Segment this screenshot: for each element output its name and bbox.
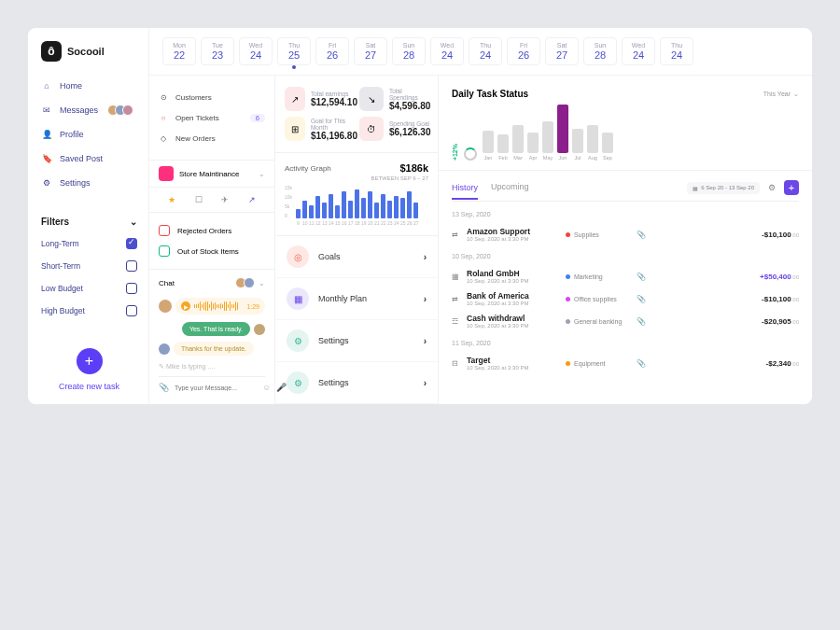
attachment-icon[interactable]: 📎 [637, 231, 646, 239]
filter-item[interactable]: High Budget [41, 305, 137, 316]
tickets-label: Open Tickets [175, 114, 219, 122]
menu-label: Settings [318, 378, 414, 387]
emoji-icon[interactable]: ☺ [262, 383, 271, 392]
list-orders[interactable]: ◇New Orders [159, 128, 265, 148]
history-row[interactable]: ⇄Bank of America10 Sep, 2020 at 3:30 PMO… [452, 287, 799, 310]
history-row[interactable]: ☲Cash withdrawl10 Sep, 2020 at 3:30 PMGe… [452, 310, 799, 332]
chart-bar [387, 201, 392, 218]
chevron-down-icon[interactable]: ⌄ [259, 279, 265, 287]
stat-label: Goal for This Month [311, 118, 357, 131]
date-cell[interactable]: Wed24 [239, 37, 273, 65]
date-cell[interactable]: Mon22 [162, 37, 196, 65]
star-icon[interactable]: ★ [168, 195, 175, 204]
avatar [159, 300, 172, 313]
date-cell[interactable]: Sun28 [583, 37, 617, 65]
date-number: 24 [469, 49, 501, 61]
create-task-button[interactable]: + [77, 348, 103, 374]
checkbox-icon [159, 225, 170, 236]
transaction-name: Target [467, 356, 560, 365]
voice-message[interactable]: ▶ 1:29 [159, 298, 265, 315]
transaction-category: General banking [566, 318, 631, 325]
filter-item[interactable]: Long-Term [41, 238, 137, 249]
nav-settings-label: Settings [60, 178, 91, 188]
history-date: 11 Sep, 2020 [452, 340, 799, 346]
chart-bar [348, 201, 353, 218]
menu-item[interactable]: ◎Goals› [275, 236, 438, 278]
date-day: Wed [623, 42, 654, 49]
gear-icon: ⚙ [41, 177, 52, 189]
chat-message-received: Thanks for the update. [159, 342, 265, 356]
box-icon[interactable]: ☐ [195, 195, 203, 204]
filter-item[interactable]: Short-Term [41, 260, 137, 272]
send-icon[interactable]: ✈ [221, 195, 229, 204]
dts-chart: +12% JanFebMarAprMayJunJulAugSep [452, 108, 799, 161]
checkbox[interactable] [126, 238, 137, 249]
list-tickets[interactable]: ○Open Tickets6 [159, 107, 265, 128]
nav-profile[interactable]: 👤Profile [41, 129, 148, 140]
menu-item[interactable]: ⚙Settings› [275, 362, 438, 404]
date-cell[interactable]: Sat27 [545, 37, 579, 65]
stat-value: $4,596.80 [389, 101, 432, 111]
tab-upcoming[interactable]: Upcoming [491, 182, 529, 194]
attachment-icon[interactable]: 📎 [637, 317, 646, 326]
date-day: Sun [393, 42, 425, 49]
dts-year-select[interactable]: This Year⌄ [763, 91, 799, 98]
nav-home[interactable]: ⌂Home [41, 80, 148, 91]
rejected-orders[interactable]: Rejected Orders [159, 220, 265, 241]
chat-avatars[interactable] [238, 277, 255, 288]
stat-icon: ↗ [285, 87, 305, 111]
chart-bar [542, 121, 553, 153]
chevron-right-icon: › [424, 252, 427, 262]
date-cell[interactable]: Thu24 [660, 37, 693, 65]
tickets-icon: ○ [159, 113, 168, 122]
date-cell[interactable]: Fri26 [507, 37, 540, 65]
list-customers[interactable]: ⊙Customers [159, 87, 265, 107]
nav-settings[interactable]: ⚙Settings [41, 177, 148, 189]
play-icon[interactable]: ▶ [181, 301, 190, 311]
logo-icon: ô [41, 41, 62, 62]
date-number: 26 [316, 49, 348, 61]
date-cell[interactable]: Tue23 [201, 37, 234, 65]
history-row[interactable]: ⇄Amazon Support10 Sep, 2020 at 3:30 PMSu… [452, 223, 799, 245]
history-row[interactable]: ⊟Target10 Sep, 2020 at 3:30 PMEquipment📎… [452, 352, 799, 374]
date-number: 27 [546, 49, 578, 61]
chat-input[interactable] [175, 385, 257, 391]
nav-saved[interactable]: 🔖Saved Post [41, 153, 148, 164]
filter-item[interactable]: Low Budget [41, 283, 137, 294]
date-cell[interactable]: Fri26 [315, 37, 349, 65]
store-maintenance[interactable]: Store Maintinance⌄ [149, 161, 274, 188]
tab-history[interactable]: History [452, 183, 478, 200]
checkbox[interactable] [126, 283, 137, 294]
attachment-icon[interactable]: 📎 [637, 295, 646, 303]
date-number: 24 [623, 49, 654, 61]
date-day: Fri [508, 42, 539, 49]
date-cell[interactable]: Thu25 [277, 37, 311, 65]
settings-icon[interactable]: ⚙ [765, 181, 778, 194]
chat-title: Chat [159, 279, 175, 287]
checkbox[interactable] [126, 260, 137, 272]
date-cell[interactable]: Thu24 [469, 37, 502, 65]
menu-item[interactable]: ▦Monthly Plan› [275, 278, 438, 320]
attachment-icon[interactable]: 📎 [637, 359, 646, 368]
share-icon[interactable]: ↗ [248, 195, 256, 204]
date-range-picker[interactable]: ▦6 Sep 20 - 13 Sep 20 [687, 182, 760, 194]
filters-header[interactable]: Filters⌄ [41, 217, 137, 227]
date-number: 23 [202, 49, 233, 61]
history-row[interactable]: ▦Roland GmbH10 Sep, 2020 at 3:30 PMMarke… [452, 265, 799, 287]
chart-bar [483, 131, 494, 153]
attachment-icon[interactable]: 📎 [637, 273, 646, 281]
checkbox[interactable] [126, 305, 137, 316]
orders-label: New Orders [175, 134, 216, 143]
date-bar[interactable]: Mon22Tue23Wed24Thu25Fri26Sat27Sun28Wed24… [149, 28, 812, 76]
date-cell[interactable]: Wed24 [430, 37, 464, 65]
nav-messages[interactable]: ✉Messages [41, 105, 148, 116]
add-button[interactable]: + [784, 180, 799, 195]
attach-icon[interactable]: 📎 [159, 383, 169, 392]
date-cell[interactable]: Sat27 [354, 37, 387, 65]
out-of-stock[interactable]: Out of Stock Items [159, 241, 265, 261]
date-cell[interactable]: Sun28 [392, 37, 426, 65]
transaction-icon: ⊟ [452, 359, 461, 368]
history-date: 10 Sep, 2020 [452, 253, 799, 259]
date-cell[interactable]: Wed24 [622, 37, 655, 65]
menu-item[interactable]: ⚙Settings› [275, 320, 438, 362]
